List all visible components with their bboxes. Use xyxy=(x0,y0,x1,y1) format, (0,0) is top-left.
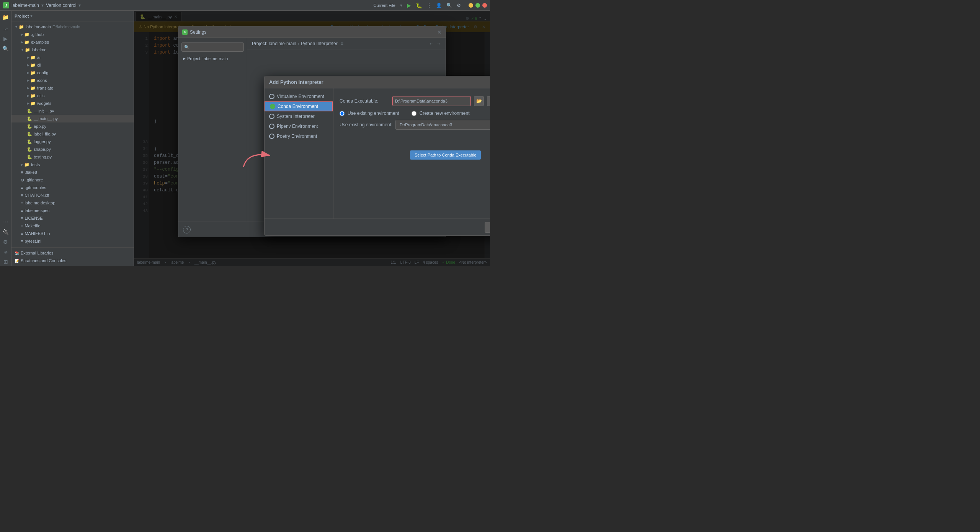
external-libraries-item[interactable]: 📚 External Libraries xyxy=(15,249,131,257)
list-item[interactable]: ▶📁translate xyxy=(11,84,134,92)
settings-dialog-title: Settings xyxy=(190,29,206,35)
interp-menu-poetry[interactable]: Poetry Environment xyxy=(265,131,333,141)
create-new-radio[interactable] xyxy=(412,111,416,116)
list-item[interactable]: ▼ 📁 labelme xyxy=(11,46,134,54)
titlebar: J labelme-main ▾ Version control ▾ Curre… xyxy=(0,0,490,11)
list-item[interactable]: 🐍__main__.py xyxy=(11,115,134,122)
virtualenv-label: Virtualenv Environment xyxy=(277,94,324,99)
interp-menu-system[interactable]: System Interpreter xyxy=(265,111,333,121)
breadcrumb-separator: › xyxy=(298,41,299,46)
list-item[interactable]: 🐍app.py xyxy=(11,122,134,130)
list-item[interactable]: 🐍__init__.py xyxy=(11,107,134,115)
list-item[interactable]: 🐍logger.py xyxy=(11,138,134,145)
use-existing-env-row: Use existing environment: D:\ProgramData… xyxy=(340,120,490,130)
browse-button[interactable]: 📂 xyxy=(474,96,484,106)
add-interp-ok-button[interactable]: OK xyxy=(485,222,490,233)
scratches-consoles-label: Scratches and Consoles xyxy=(21,258,66,263)
scratches-consoles-item[interactable]: 📝 Scratches and Consoles xyxy=(15,257,131,264)
use-existing-env-select[interactable]: D:\ProgramData\anaconda3 xyxy=(395,120,490,130)
system-label: System Interpreter xyxy=(277,114,315,119)
win-close-btn[interactable] xyxy=(482,3,487,8)
profile-icon[interactable]: 👤 xyxy=(436,3,442,8)
sidebar-terminal-icon[interactable]: ⊞ xyxy=(2,258,10,266)
list-item[interactable]: ▶📁tests xyxy=(11,161,134,168)
titlebar-right: Current File ▾ ▶ 🐛 ⋮ 👤 🔍 ⚙ xyxy=(374,2,487,8)
root-label: labelme-main xyxy=(26,24,51,29)
list-item[interactable]: ≡ labelme.desktop xyxy=(11,199,134,207)
list-item[interactable]: ▶📁cli xyxy=(11,61,134,69)
list-item[interactable]: ≡ Makefile xyxy=(11,222,134,230)
breadcrumb-back-icon[interactable]: ← xyxy=(429,41,434,47)
list-item[interactable]: ▶📁icons xyxy=(11,77,134,84)
breadcrumb-menu-icon: ≡ xyxy=(341,41,343,46)
app-logo: J xyxy=(3,2,9,8)
list-item[interactable]: ≡ pytest.ini xyxy=(11,237,134,245)
list-item[interactable]: ▶📁ai xyxy=(11,54,134,61)
use-existing-radio[interactable] xyxy=(340,111,345,116)
sidebar-git2-icon[interactable]: ⎈ xyxy=(2,248,10,256)
sidebar-git-icon[interactable]: ⎇ xyxy=(2,24,10,33)
pipenv-label: Pipenv Environment xyxy=(277,124,318,129)
current-file-btn[interactable]: Current File xyxy=(374,3,395,8)
breadcrumb-project: Project: labelme-main xyxy=(252,41,296,46)
settings-search-input[interactable] xyxy=(181,42,244,52)
search-icon[interactable]: 🔍 xyxy=(446,3,452,8)
win-maximize-btn[interactable] xyxy=(475,3,480,8)
sidebar-folder-icon[interactable]: 📁 xyxy=(2,13,10,21)
interp-menu-virtualenv[interactable]: Virtualenv Environment xyxy=(265,91,333,101)
settings-icon[interactable]: ⚙ xyxy=(457,3,461,8)
list-item[interactable]: 🐍label_file.py xyxy=(11,130,134,138)
icon-sidebar: 📁 ⎇ ▶ 🔍 ⋯ 🔌 ⚙ ⎈ ⊞ xyxy=(0,11,11,266)
settings-breadcrumb: Project: labelme-main › Python Interpret… xyxy=(247,38,446,49)
settings-dialog-close[interactable]: ✕ xyxy=(437,29,442,35)
list-item[interactable]: 🐍shape.py xyxy=(11,145,134,153)
add-interpreter-header: Add Python Interpreter ✕ xyxy=(265,76,490,88)
external-libs-icon: 📚 xyxy=(15,251,19,255)
titlebar-project: labelme-main xyxy=(11,3,39,8)
load-environments-button[interactable]: Load Environments xyxy=(487,96,490,106)
add-interpreter-body: Virtualenv Environment Conda Environment… xyxy=(265,88,490,219)
list-item[interactable]: ≡ CITATION.cff xyxy=(11,191,134,199)
settings-nav-item[interactable]: ▶ Project: labelme-main xyxy=(180,55,245,62)
sidebar-settings2-icon[interactable]: ⚙ xyxy=(2,238,10,246)
pipenv-icon xyxy=(269,124,274,129)
help-button[interactable]: ? xyxy=(183,226,191,233)
list-item[interactable]: ▶📁widgets xyxy=(11,100,134,107)
list-item[interactable]: ≡ .gitmodules xyxy=(11,184,134,191)
panel-footer: 📚 External Libraries 📝 Scratches and Con… xyxy=(11,247,134,266)
sidebar-search-icon[interactable]: 🔍 xyxy=(2,44,10,53)
settings-dialog-titlebar: ⚙ Settings ✕ xyxy=(178,26,446,38)
sidebar-more-icon[interactable]: ⋯ xyxy=(2,218,10,226)
sidebar-run-icon[interactable]: ▶ xyxy=(2,34,10,43)
main-layout: 📁 ⎇ ▶ 🔍 ⋯ 🔌 ⚙ ⎈ ⊞ Project ▾ ▼ 📁 labelme-… xyxy=(0,11,490,266)
win-minimize-btn[interactable] xyxy=(469,3,473,8)
list-item[interactable]: ▶📁utils xyxy=(11,92,134,100)
tree-root[interactable]: ▼ 📁 labelme-main E:\labelme-main xyxy=(11,23,134,31)
list-item[interactable]: ≡ .flake8 xyxy=(11,168,134,176)
breadcrumb-forward-icon[interactable]: → xyxy=(436,41,441,47)
system-icon xyxy=(269,114,274,119)
content-area: 🐍 __main__.py ✕ ⋮ ⚙ ✓ 6 ⌃ ⌄ ⚠ No Python … xyxy=(134,11,490,266)
list-item[interactable]: ≡ LICENSE xyxy=(11,214,134,222)
list-item[interactable]: ⊘ .gitignore xyxy=(11,176,134,184)
more-icon[interactable]: ⋮ xyxy=(427,3,431,8)
scratches-icon: 📝 xyxy=(15,259,19,263)
list-item[interactable]: ≡ MANIFEST.in xyxy=(11,230,134,237)
sidebar-plugins-icon[interactable]: 🔌 xyxy=(2,228,10,236)
use-existing-env-label: Use existing environment: xyxy=(340,122,392,127)
use-existing-radio-label: Use existing environment xyxy=(348,111,399,116)
list-item[interactable]: ≡ labelme.spec xyxy=(11,207,134,214)
panel-dropdown-icon[interactable]: ▾ xyxy=(30,13,33,18)
root-path: E:\labelme-main xyxy=(52,25,80,29)
interp-menu-conda[interactable]: Conda Environment xyxy=(265,101,333,111)
panel-header: Project ▾ xyxy=(11,11,134,21)
interp-menu-pipenv[interactable]: Pipenv Environment xyxy=(265,121,333,131)
debug-icon[interactable]: 🐛 xyxy=(416,2,422,8)
project-panel: Project ▾ ▼ 📁 labelme-main E:\labelme-ma… xyxy=(11,11,134,266)
run-icon[interactable]: ▶ xyxy=(407,2,411,8)
list-item[interactable]: 🐍testing.py xyxy=(11,153,134,161)
list-item[interactable]: ▶ 📁 .github xyxy=(11,31,134,38)
list-item[interactable]: ▶📁config xyxy=(11,69,134,77)
list-item[interactable]: ▶ 📁 examples xyxy=(11,38,134,46)
conda-executable-input[interactable] xyxy=(392,96,471,106)
